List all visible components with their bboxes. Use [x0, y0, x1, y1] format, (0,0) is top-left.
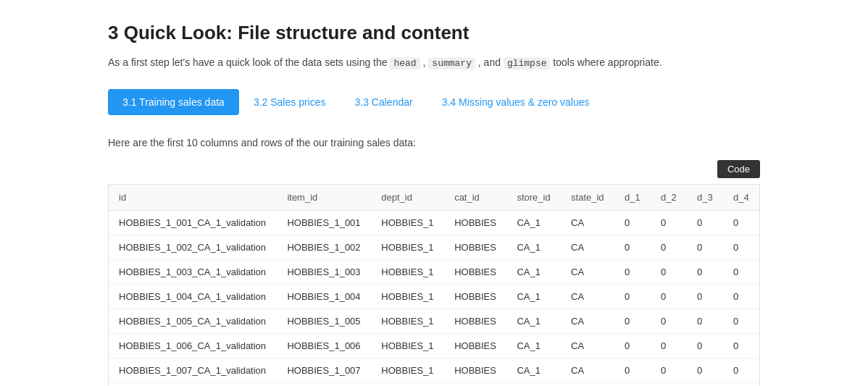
tab-missing-values[interactable]: 3.4 Missing values & zero values — [427, 89, 604, 115]
tab-training-sales-data[interactable]: 3.1 Training sales data — [108, 89, 239, 115]
table-cell: HOBBIES_1 — [371, 309, 444, 333]
subtitle: As a first step let's have a quick look … — [108, 54, 760, 72]
table-cell: CA_1 — [506, 259, 561, 284]
table-cell: HOBBIES — [444, 358, 506, 382]
table-row: HOBBIES_1_002_CA_1_validationHOBBIES_1_0… — [109, 235, 759, 259]
table-row: HOBBIES_1_007_CA_1_validationHOBBIES_1_0… — [109, 358, 759, 382]
table-cell: HOBBIES — [444, 235, 506, 259]
table-cell: CA_1 — [506, 309, 561, 333]
table-cell: 0 — [651, 284, 687, 309]
code-button-row: Code — [108, 160, 760, 178]
table-cell: HOBBIES_1_003 — [277, 259, 371, 284]
table-cell: 0 — [723, 333, 759, 358]
table-cell: 0 — [651, 358, 687, 382]
table-cell: 0 — [651, 210, 687, 235]
table-row: HOBBIES_1_004_CA_1_validationHOBBIES_1_0… — [109, 284, 759, 309]
table-cell: CA — [561, 309, 614, 333]
table-cell: HOBBIES — [444, 210, 506, 235]
table-cell: 0 — [651, 309, 687, 333]
column-header-cat_id: cat_id — [444, 185, 506, 211]
table-row: HOBBIES_1_008_CA_1_validationHOBBIES_1_0… — [109, 382, 759, 386]
table-cell: CA_1 — [506, 382, 561, 386]
data-table-wrapper: iditem_iddept_idcat_idstore_idstate_idd_… — [108, 184, 760, 386]
table-cell: CA_1 — [506, 284, 561, 309]
code-glimpse: glimpse — [504, 57, 551, 70]
table-cell: 0 — [614, 358, 651, 382]
table-cell: CA_1 — [506, 333, 561, 358]
table-cell: CA — [561, 358, 614, 382]
table-row: HOBBIES_1_003_CA_1_validationHOBBIES_1_0… — [109, 259, 759, 284]
table-header: iditem_iddept_idcat_idstore_idstate_idd_… — [109, 185, 759, 211]
table-cell: HOBBIES_1 — [371, 235, 444, 259]
table-cell: 0 — [651, 259, 687, 284]
table-cell: 0 — [614, 333, 651, 358]
table-cell: 0 — [687, 358, 723, 382]
table-cell: HOBBIES — [444, 284, 506, 309]
table-cell: CA_1 — [506, 210, 561, 235]
table-cell: HOBBIES_1_003_CA_1_validation — [109, 259, 277, 284]
table-cell: HOBBIES_1_004_CA_1_validation — [109, 284, 277, 309]
column-header-d_1: d_1 — [614, 185, 651, 211]
table-cell: 0 — [687, 333, 723, 358]
table-cell: CA_1 — [506, 358, 561, 382]
table-cell: 0 — [723, 235, 759, 259]
code-button[interactable]: Code — [717, 160, 760, 178]
table-cell: CA — [561, 333, 614, 358]
table-cell: 0 — [723, 358, 759, 382]
table-cell: CA — [561, 210, 614, 235]
table-cell: HOBBIES — [444, 333, 506, 358]
table-cell: HOBBIES — [444, 382, 506, 386]
table-cell: 0 — [723, 259, 759, 284]
table-cell: 12 — [614, 382, 651, 386]
header-row: iditem_iddept_idcat_idstore_idstate_idd_… — [109, 185, 759, 211]
table-row: HOBBIES_1_006_CA_1_validationHOBBIES_1_0… — [109, 333, 759, 358]
table-cell: HOBBIES_1_008 — [277, 382, 371, 386]
column-header-dept_id: dept_id — [371, 185, 444, 211]
column-header-d_2: d_2 — [651, 185, 687, 211]
column-header-d_4: d_4 — [723, 185, 759, 211]
table-cell: HOBBIES_1_001 — [277, 210, 371, 235]
table-cell: HOBBIES_1_005_CA_1_validation — [109, 309, 277, 333]
table-cell: HOBBIES_1_001_CA_1_validation — [109, 210, 277, 235]
tab-sales-prices[interactable]: 3.2 Sales prices — [239, 89, 341, 115]
table-cell: 0 — [723, 309, 759, 333]
page-title: 3 Quick Look: File structure and content — [108, 22, 760, 44]
table-cell: HOBBIES — [444, 309, 506, 333]
table-cell: 0 — [614, 309, 651, 333]
table-cell: 0 — [687, 309, 723, 333]
table-cell: HOBBIES_1 — [371, 358, 444, 382]
column-header-item_id: item_id — [277, 185, 371, 211]
table-cell: CA — [561, 382, 614, 386]
table-cell: HOBBIES — [444, 259, 506, 284]
table-cell: 0 — [687, 259, 723, 284]
table-cell: HOBBIES_1 — [371, 210, 444, 235]
table-cell: HOBBIES_1 — [371, 382, 444, 386]
table-cell: HOBBIES_1 — [371, 284, 444, 309]
table-cell: HOBBIES_1_007_CA_1_validation — [109, 358, 277, 382]
table-cell: HOBBIES_1 — [371, 333, 444, 358]
column-header-d_3: d_3 — [687, 185, 723, 211]
tab-calendar[interactable]: 3.3 Calendar — [340, 89, 427, 115]
data-table: iditem_iddept_idcat_idstore_idstate_idd_… — [109, 185, 759, 386]
table-cell: 0 — [723, 284, 759, 309]
table-row: HOBBIES_1_005_CA_1_validationHOBBIES_1_0… — [109, 309, 759, 333]
code-head: head — [390, 57, 420, 70]
table-cell: HOBBIES_1_006 — [277, 333, 371, 358]
column-header-id: id — [109, 185, 277, 211]
table-cell: 0 — [614, 235, 651, 259]
table-cell: 0 — [723, 210, 759, 235]
tab-bar: 3.1 Training sales data 3.2 Sales prices… — [108, 89, 760, 115]
code-summary: summary — [428, 57, 475, 70]
table-cell: 0 — [651, 235, 687, 259]
table-cell: HOBBIES_1 — [371, 259, 444, 284]
table-cell: CA_1 — [506, 235, 561, 259]
table-cell: HOBBIES_1_006_CA_1_validation — [109, 333, 277, 358]
table-cell: 0 — [687, 284, 723, 309]
table-cell: 0 — [651, 333, 687, 358]
table-cell: HOBBIES_1_007 — [277, 358, 371, 382]
table-cell: HOBBIES_1_002_CA_1_validation — [109, 235, 277, 259]
table-cell: 0 — [687, 210, 723, 235]
column-header-state_id: state_id — [561, 185, 614, 211]
table-cell: 0 — [687, 382, 723, 386]
table-cell: 0 — [687, 235, 723, 259]
